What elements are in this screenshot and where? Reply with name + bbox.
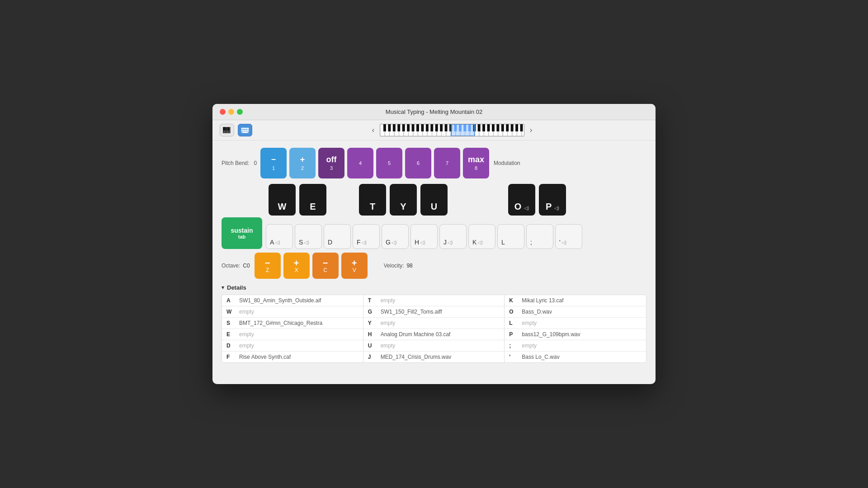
detail-key-o: O [509,309,518,315]
pitch-bend-minus-key[interactable]: − 1 [260,148,287,178]
detail-value-d: empty [239,343,254,349]
svg-rect-17 [241,130,243,131]
main-window: Musical Typing - Melting Mountain 02 [212,104,656,384]
detail-value-k: Mikal Lyric 13.caf [522,297,563,304]
key-l-label: L [501,239,505,246]
key-g[interactable]: G ◁) [382,224,409,249]
keyboard-area: W E T Y U O ◁) P ◁) [222,184,646,279]
black-keys-row: W E T Y U O ◁) P ◁) [222,184,646,216]
pitch-bend-5-key[interactable]: 5 [376,148,402,178]
detail-row-l: L empty [505,318,646,329]
vel-minus-c-top: − [323,258,328,267]
detail-value-p: bass12_G_109bpm.wav [522,331,580,338]
pb-key-top-1: − [271,155,276,165]
details-col-2: T empty G SW1_150_Fill2_Toms.aiff Y empt… [363,295,505,362]
svg-rect-6 [229,127,230,133]
detail-row-u: U empty [363,340,505,352]
key-k[interactable]: K ◁) [468,224,495,249]
vel-plus-v-top: + [352,258,357,267]
octave-minus-z-key[interactable]: − Z [255,253,281,279]
detail-row-w: W empty [222,306,363,318]
sustain-key[interactable]: sustain tab [222,217,262,249]
pitch-bend-max-key[interactable]: max 8 [463,148,489,178]
close-button[interactable] [220,109,226,115]
key-j-label: J ◁) [443,239,453,246]
octave-plus-x-key[interactable]: + X [283,253,310,279]
pitch-bend-7-key[interactable]: 7 [434,148,460,178]
detail-key-j: J [368,354,377,360]
svg-rect-61 [421,124,424,131]
key-j[interactable]: J ◁) [439,224,467,249]
svg-rect-9 [226,127,227,131]
key-quote[interactable]: ' ◁) [555,224,582,249]
pb-key-top-2: + [300,155,305,165]
detail-row-t: T empty [363,295,505,306]
svg-rect-55 [393,124,396,131]
detail-key-a: A [226,297,236,304]
key-d[interactable]: D [324,224,351,249]
details-section: ▾ Details A SW1_80_Amin_Synth_Outside.ai… [222,284,646,363]
detail-value-e: empty [239,331,254,338]
fullscreen-button[interactable] [237,109,243,115]
sustain-bottom: tab [238,234,246,239]
vel-minus-c-bottom: C [323,267,327,273]
svg-rect-73 [478,124,481,131]
key-f[interactable]: F ◁) [353,224,380,249]
svg-rect-76 [492,124,495,131]
oct-plus-x-bottom: X [295,267,298,273]
key-e[interactable]: E [299,184,326,216]
key-s[interactable]: S ◁) [295,224,322,249]
svg-rect-20 [247,130,249,131]
detail-value-j: MED_174_Crisis_Drums.wav [381,354,452,360]
key-t[interactable]: T [359,184,386,216]
piano-view-button[interactable] [220,124,234,136]
key-t-label: T [370,202,375,212]
velocity-label: Velocity: [384,263,404,269]
oct-minus-z-top: − [265,258,270,267]
key-h[interactable]: H ◁) [410,224,438,249]
key-a[interactable]: A ◁) [266,224,293,249]
traffic-lights [220,109,243,115]
nav-left-arrow[interactable]: ‹ [370,126,376,134]
pitch-bend-4-key[interactable]: 4 [347,148,373,178]
pitch-bend-plus-key[interactable]: + 2 [289,148,316,178]
toolbar: ‹ [212,120,656,141]
detail-value-y: empty [381,320,396,326]
title-bar: Musical Typing - Melting Mountain 02 [212,104,656,120]
piano-strip [380,124,524,136]
velocity-minus-c-key[interactable]: − C [312,253,339,279]
detail-key-f: F [226,354,236,360]
nav-right-arrow[interactable]: › [528,126,534,134]
key-p[interactable]: P ◁) [539,184,566,216]
detail-row-quote: ' Bass Lo_C.wav [505,352,646,362]
detail-key-s: S [226,320,236,326]
svg-rect-79 [506,124,509,131]
detail-row-o: O Bass_D.wav [505,306,646,318]
detail-row-a: A SW1_80_Amin_Synth_Outside.aif [222,295,363,306]
detail-value-g: SW1_150_Fill2_Toms.aiff [381,309,442,315]
minimize-button[interactable] [228,109,234,115]
svg-rect-14 [243,128,245,129]
key-w[interactable]: W [269,184,296,216]
velocity-plus-v-key[interactable]: + V [341,253,368,279]
key-p-label: P ◁) [546,202,559,212]
detail-value-o: Bass_D.wav [522,309,552,315]
key-semicolon[interactable]: ; [526,224,553,249]
details-toggle[interactable]: ▾ Details [222,284,646,291]
detail-key-d: D [226,343,236,349]
keyboard-view-button[interactable] [238,124,252,136]
pitch-bend-off-key[interactable]: off 3 [318,148,344,178]
white-keys-row: sustain tab A ◁) S ◁) D F ◁) G ◁) [222,217,646,249]
key-y[interactable]: Y [390,184,417,216]
vel-plus-v-bottom: V [353,267,356,273]
key-u[interactable]: U [420,184,448,216]
key-o[interactable]: O ◁) [508,184,535,216]
pitch-bend-6-key[interactable]: 6 [405,148,431,178]
detail-key-k: K [509,297,518,304]
detail-row-y: Y empty [363,318,505,329]
svg-rect-77 [496,124,499,131]
svg-rect-57 [402,124,405,131]
key-l[interactable]: L [497,224,524,249]
detail-value-l: empty [522,320,537,326]
svg-rect-74 [482,124,485,131]
